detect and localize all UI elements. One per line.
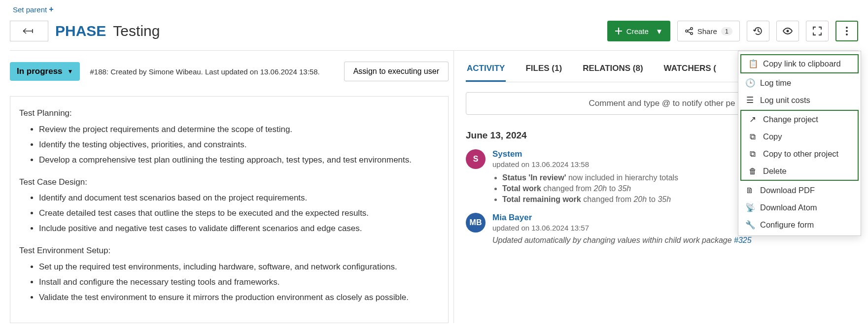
desc-item: Develop a comprehensive test plan outlin… (39, 153, 439, 167)
desc-item: Identify the testing objectives, priorit… (39, 138, 439, 152)
more-menu-dropdown: 📋 Copy link to clipboard 🕒 Log time ☰ Lo… (738, 51, 861, 236)
desc-item: Set up the required test environments, i… (39, 260, 439, 274)
svg-point-2 (691, 33, 693, 34)
share-out-icon: ↗ (748, 115, 757, 124)
menu-log-unit-costs[interactable]: ☰ Log unit costs (738, 92, 861, 109)
tab-watchers[interactable]: WATCHERS ( (663, 57, 717, 82)
history-icon (753, 26, 764, 36)
assign-button[interactable]: Assign to executing user (344, 62, 449, 81)
svg-point-0 (686, 30, 688, 32)
share-label: Share (697, 27, 717, 35)
watch-button[interactable] (776, 21, 799, 41)
menu-copy[interactable]: ⧉ Copy (741, 128, 858, 145)
menu-delete[interactable]: 🗑 Delete (741, 163, 858, 180)
svg-point-5 (846, 30, 848, 32)
copy-icon: ⧉ (748, 132, 757, 141)
eye-icon (782, 26, 793, 36)
more-vertical-icon (845, 26, 848, 36)
file-icon: 🗎 (745, 186, 754, 195)
menu-copy-link[interactable]: 📋 Copy link to clipboard (741, 55, 858, 72)
description-box[interactable]: Test Planning: Review the project requir… (10, 96, 449, 323)
desc-heading: Test Case Design: (19, 175, 439, 190)
svg-point-4 (846, 27, 848, 29)
wrench-icon: 🔧 (745, 220, 754, 230)
create-button[interactable]: Create ▼ (607, 21, 670, 41)
back-button[interactable] (10, 21, 48, 41)
entry-user-link[interactable]: Mia Bayer (492, 213, 532, 223)
meta-info: #188: Created by Simone Wibeau. Last upd… (90, 67, 319, 76)
desc-item: Include positive and negative test cases… (39, 222, 439, 236)
share-icon (685, 27, 694, 35)
copy-to-icon: ⧉ (748, 149, 757, 159)
status-dropdown[interactable]: In progress ▼ (10, 62, 80, 81)
svg-point-6 (846, 33, 848, 35)
entry-note: Updated automatically by changing values… (492, 236, 858, 245)
tab-files[interactable]: FILES (1) (524, 57, 563, 82)
entry-user-link[interactable]: System (492, 149, 522, 159)
avatar: MB (466, 213, 486, 233)
desc-item: Install and configure the necessary test… (39, 275, 439, 290)
tab-activity[interactable]: ACTIVITY (466, 57, 506, 82)
fullscreen-icon (812, 26, 822, 36)
share-count: 1 (721, 27, 732, 35)
feed-icon: 📡 (745, 203, 754, 212)
desc-heading: Test Planning: (19, 106, 439, 121)
menu-download-pdf[interactable]: 🗎 Download PDF (738, 182, 861, 199)
tab-relations[interactable]: RELATIONS (8) (582, 57, 644, 82)
phase-label: PHASE (55, 23, 106, 39)
desc-item: Validate the test environment to ensure … (39, 291, 439, 305)
svg-point-3 (787, 30, 789, 33)
history-button[interactable] (747, 21, 769, 41)
desc-item: Review the project requirements and dete… (39, 123, 439, 137)
trash-icon: 🗑 (748, 166, 757, 176)
back-arrow-icon (23, 28, 35, 34)
svg-point-1 (691, 28, 693, 30)
desc-item: Identify and document test scenarios bas… (39, 191, 439, 205)
desc-heading: Test Environment Setup: (19, 244, 439, 258)
status-label: In progress (17, 67, 63, 76)
plus-icon: + (49, 5, 53, 14)
menu-change-project[interactable]: ↗ Change project (741, 111, 858, 128)
plus-icon (615, 27, 623, 35)
menu-copy-other-project[interactable]: ⧉ Copy to other project (741, 145, 858, 163)
menu-configure-form[interactable]: 🔧 Configure form (738, 216, 861, 233)
create-label: Create (626, 27, 649, 35)
child-wp-link[interactable]: #325 (734, 236, 752, 244)
caret-down-icon: ▼ (656, 27, 663, 35)
clipboard-icon: 📋 (748, 59, 757, 68)
more-menu-button[interactable] (835, 21, 858, 41)
avatar: S (466, 149, 486, 169)
menu-download-atom[interactable]: 📡 Download Atom (738, 199, 861, 216)
set-parent-label: Set parent (13, 5, 47, 14)
menu-log-time[interactable]: 🕒 Log time (738, 74, 861, 92)
clock-icon: 🕒 (745, 78, 754, 88)
layers-icon: ☰ (745, 96, 754, 105)
fullscreen-button[interactable] (806, 21, 829, 41)
set-parent-link[interactable]: Set parent + (10, 0, 54, 17)
caret-down-icon: ▼ (68, 68, 73, 75)
activity-date: June 13, 2024 (466, 130, 527, 141)
page-title[interactable]: Testing (113, 23, 160, 39)
share-button[interactable]: Share 1 (677, 21, 740, 41)
desc-item: Create detailed test cases that outline … (39, 206, 439, 221)
